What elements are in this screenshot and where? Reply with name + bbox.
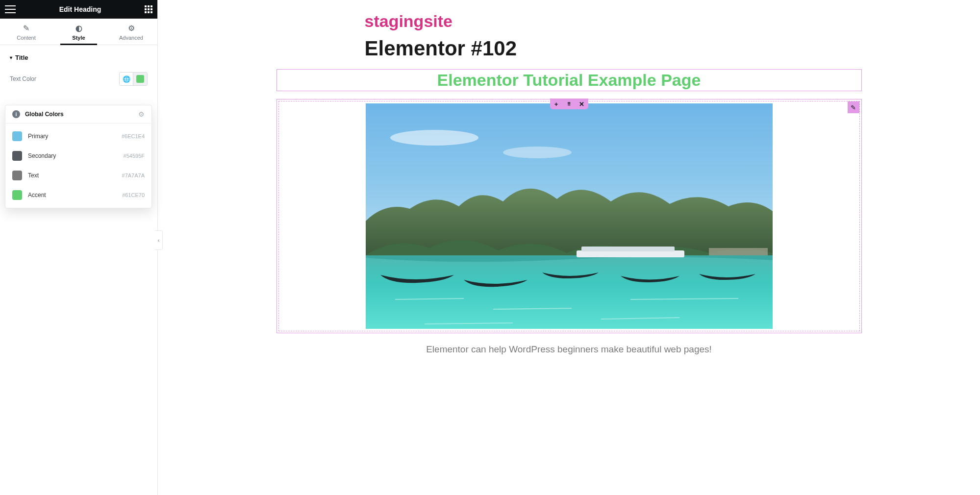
color-chip	[12, 151, 22, 161]
gear-icon: ⚙	[105, 24, 157, 33]
global-color-button[interactable]: 🌐	[120, 73, 133, 85]
heading-element[interactable]: Elementor Tutorial Example Page	[277, 70, 861, 91]
color-name: Primary	[28, 133, 122, 140]
svg-point-2	[503, 147, 572, 158]
color-name: Accent	[28, 192, 122, 198]
widgets-grid-icon[interactable]	[145, 5, 152, 13]
tab-label: Advanced	[119, 35, 143, 41]
info-icon: i	[12, 110, 20, 118]
color-hex: #61CE70	[122, 192, 145, 198]
svg-point-1	[390, 130, 478, 146]
site-title[interactable]: stagingsite	[365, 12, 862, 31]
control-label: Text Color	[10, 75, 119, 82]
sidebar-header: Edit Heading	[0, 0, 157, 19]
color-hex: #7A7A7A	[122, 173, 145, 178]
global-color-list: Primary #6EC1E4 Secondary #54595F Text #…	[5, 124, 151, 208]
image-element[interactable]	[366, 103, 773, 329]
svg-rect-6	[581, 247, 675, 251]
gear-icon[interactable]: ⚙	[138, 110, 145, 118]
pencil-icon: ✎	[0, 24, 52, 33]
caret-down-icon: ▾	[10, 55, 12, 60]
caption-text: Elementor can help WordPress beginners m…	[276, 344, 862, 355]
section-toggle-label: Title	[15, 54, 28, 61]
svg-rect-5	[577, 250, 684, 257]
section-handle: + ⠿ ✕	[550, 99, 588, 109]
global-colors-popover: i Global Colors ⚙ Primary #6EC1E4 Second…	[5, 105, 152, 208]
tab-advanced[interactable]: ⚙ Advanced	[105, 19, 157, 45]
color-hex: #6EC1E4	[122, 133, 145, 139]
global-color-primary[interactable]: Primary #6EC1E4	[5, 126, 151, 146]
text-color-control: Text Color 🌐	[10, 72, 148, 86]
color-picker-group: 🌐	[119, 72, 148, 86]
tab-style[interactable]: ◐ Style	[52, 19, 105, 45]
remove-section-button[interactable]: ✕	[576, 99, 588, 109]
color-name: Secondary	[28, 152, 124, 159]
image-section[interactable]: + ⠿ ✕ ✎	[276, 99, 862, 333]
tab-label: Content	[17, 35, 36, 41]
color-name: Text	[28, 172, 122, 179]
pencil-icon: ✎	[851, 104, 856, 111]
tab-label: Style	[72, 35, 85, 41]
panel-tabs: ✎ Content ◐ Style ⚙ Advanced	[0, 19, 157, 45]
panel-title: Edit Heading	[59, 5, 101, 13]
color-chip	[12, 131, 22, 141]
plus-icon: +	[554, 100, 558, 108]
edit-element-button[interactable]: ✎	[848, 101, 859, 113]
section-toggle-title[interactable]: ▾ Title	[10, 54, 148, 61]
hamburger-icon[interactable]	[5, 5, 16, 13]
color-hex: #54595F	[124, 153, 145, 159]
collapse-sidebar-handle[interactable]: ‹	[155, 230, 163, 250]
drag-section-handle[interactable]: ⠿	[563, 99, 576, 109]
tab-content[interactable]: ✎ Content	[0, 19, 52, 45]
editor-sidebar: Edit Heading ✎ Content ◐ Style ⚙ Advance…	[0, 0, 158, 495]
current-color-swatch	[136, 75, 144, 83]
close-icon: ✕	[579, 100, 584, 108]
open-color-picker[interactable]	[133, 73, 147, 85]
svg-rect-4	[366, 255, 773, 329]
svg-rect-3	[709, 248, 768, 256]
color-chip	[12, 171, 22, 180]
contrast-icon: ◐	[52, 24, 105, 33]
chevron-left-icon: ‹	[158, 237, 160, 243]
global-color-secondary[interactable]: Secondary #54595F	[5, 146, 151, 166]
globe-icon: 🌐	[123, 75, 130, 83]
controls-area: ▾ Title Text Color 🌐	[0, 45, 157, 86]
global-color-text[interactable]: Text #7A7A7A	[5, 166, 151, 185]
popover-header: i Global Colors ⚙	[5, 105, 151, 124]
editor-canvas: stagingsite Elementor #102 Elementor Tut…	[158, 0, 980, 495]
drag-icon: ⠿	[567, 101, 571, 107]
heading-section[interactable]: Elementor Tutorial Example Page	[276, 69, 862, 91]
popover-title: Global Colors	[25, 111, 64, 118]
global-color-accent[interactable]: Accent #61CE70	[5, 185, 151, 205]
page-title: Elementor #102	[365, 37, 862, 60]
add-section-button[interactable]: +	[550, 99, 563, 109]
color-chip	[12, 190, 22, 200]
